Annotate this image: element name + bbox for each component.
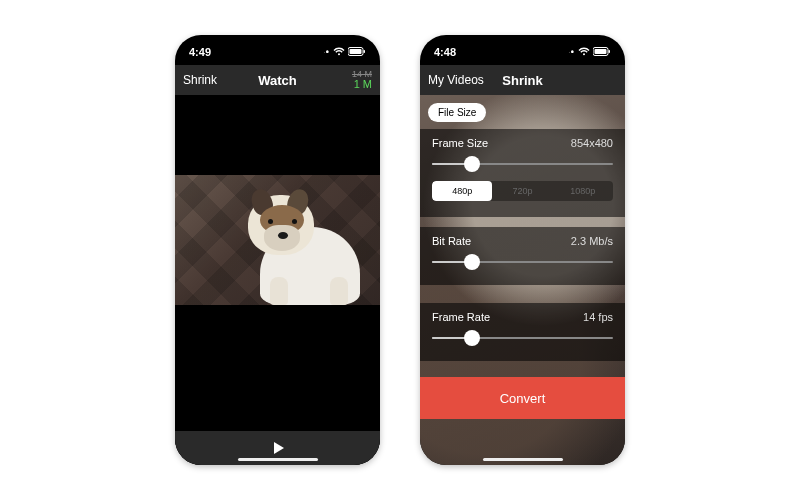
- home-indicator[interactable]: [238, 458, 318, 461]
- size-shrunk: 1 M: [354, 78, 372, 90]
- frame-rate-label: Frame Rate: [432, 311, 490, 323]
- svg-rect-4: [595, 49, 607, 54]
- phone-watch: 4:49 •••• Shrink Watch 14 M 1 M: [175, 35, 380, 465]
- status-time: 4:48: [434, 46, 456, 58]
- nav-bar: My Videos Shrink: [420, 65, 625, 95]
- status-time: 4:49: [189, 46, 211, 58]
- wifi-icon: [333, 46, 345, 58]
- frame-size-label: Frame Size: [432, 137, 488, 149]
- bit-rate-label: Bit Rate: [432, 235, 471, 247]
- bit-rate-section: Bit Rate 2.3 Mb/s: [420, 227, 625, 285]
- frame-size-section: Frame Size 854x480 480p 720p 1080p: [420, 129, 625, 217]
- frame-size-value: 854x480: [571, 137, 613, 149]
- convert-button[interactable]: Convert: [420, 377, 625, 419]
- phone-shrink: 4:48 •••• My Videos Shrink File Size Fra…: [420, 35, 625, 465]
- frame-rate-section: Frame Rate 14 fps: [420, 303, 625, 361]
- nav-back-my-videos[interactable]: My Videos: [428, 73, 484, 87]
- file-size-pill[interactable]: File Size: [428, 103, 486, 122]
- battery-icon: [348, 46, 366, 58]
- wifi-icon: [578, 46, 590, 58]
- resolution-option-1080p[interactable]: 1080p: [553, 181, 613, 201]
- video-preview[interactable]: [175, 175, 380, 305]
- resolution-segmented[interactable]: 480p 720p 1080p: [432, 181, 613, 201]
- device-notch: [473, 35, 573, 57]
- nav-size-indicator: 14 M 1 M: [352, 70, 372, 90]
- nav-bar: Shrink Watch 14 M 1 M: [175, 65, 380, 95]
- svg-rect-5: [609, 50, 611, 53]
- svg-rect-2: [364, 50, 366, 53]
- frame-rate-value: 14 fps: [583, 311, 613, 323]
- shrink-content: File Size Frame Size 854x480 480p 720p 1…: [420, 95, 625, 465]
- home-indicator[interactable]: [483, 458, 563, 461]
- svg-rect-1: [350, 49, 362, 54]
- bit-rate-value: 2.3 Mb/s: [571, 235, 613, 247]
- frame-rate-slider[interactable]: [432, 331, 613, 345]
- frame-size-slider[interactable]: [432, 157, 613, 171]
- resolution-option-720p[interactable]: 720p: [492, 181, 552, 201]
- resolution-option-480p[interactable]: 480p: [432, 181, 492, 201]
- convert-label: Convert: [500, 391, 546, 406]
- device-notch: [228, 35, 328, 57]
- nav-back-shrink[interactable]: Shrink: [183, 73, 217, 87]
- battery-icon: [593, 46, 611, 58]
- watch-content: [175, 95, 380, 465]
- bit-rate-slider[interactable]: [432, 255, 613, 269]
- video-subject-dog: [240, 185, 370, 305]
- play-icon[interactable]: [270, 440, 286, 456]
